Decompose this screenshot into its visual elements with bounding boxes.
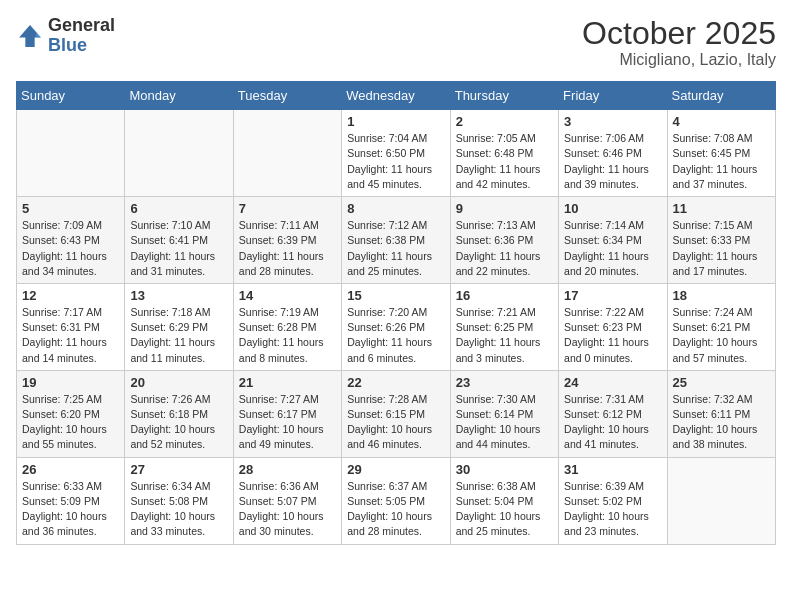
day-number: 10 [564, 201, 661, 216]
day-info: Sunrise: 7:09 AM Sunset: 6:43 PM Dayligh… [22, 218, 119, 279]
day-number: 1 [347, 114, 444, 129]
day-info: Sunrise: 7:25 AM Sunset: 6:20 PM Dayligh… [22, 392, 119, 453]
day-info: Sunrise: 7:27 AM Sunset: 6:17 PM Dayligh… [239, 392, 336, 453]
day-info: Sunrise: 6:33 AM Sunset: 5:09 PM Dayligh… [22, 479, 119, 540]
day-number: 17 [564, 288, 661, 303]
week-row-1: 1Sunrise: 7:04 AM Sunset: 6:50 PM Daylig… [17, 110, 776, 197]
day-number: 27 [130, 462, 227, 477]
day-info: Sunrise: 7:22 AM Sunset: 6:23 PM Dayligh… [564, 305, 661, 366]
day-cell: 3Sunrise: 7:06 AM Sunset: 6:46 PM Daylig… [559, 110, 667, 197]
day-number: 3 [564, 114, 661, 129]
day-cell: 5Sunrise: 7:09 AM Sunset: 6:43 PM Daylig… [17, 197, 125, 284]
day-cell: 29Sunrise: 6:37 AM Sunset: 5:05 PM Dayli… [342, 457, 450, 544]
day-info: Sunrise: 7:31 AM Sunset: 6:12 PM Dayligh… [564, 392, 661, 453]
day-cell: 11Sunrise: 7:15 AM Sunset: 6:33 PM Dayli… [667, 197, 775, 284]
day-cell: 26Sunrise: 6:33 AM Sunset: 5:09 PM Dayli… [17, 457, 125, 544]
day-cell: 25Sunrise: 7:32 AM Sunset: 6:11 PM Dayli… [667, 370, 775, 457]
col-header-thursday: Thursday [450, 82, 558, 110]
day-number: 7 [239, 201, 336, 216]
day-cell: 13Sunrise: 7:18 AM Sunset: 6:29 PM Dayli… [125, 283, 233, 370]
day-number: 25 [673, 375, 770, 390]
day-info: Sunrise: 6:39 AM Sunset: 5:02 PM Dayligh… [564, 479, 661, 540]
day-cell: 15Sunrise: 7:20 AM Sunset: 6:26 PM Dayli… [342, 283, 450, 370]
day-number: 26 [22, 462, 119, 477]
day-info: Sunrise: 7:06 AM Sunset: 6:46 PM Dayligh… [564, 131, 661, 192]
day-info: Sunrise: 7:28 AM Sunset: 6:15 PM Dayligh… [347, 392, 444, 453]
day-cell: 9Sunrise: 7:13 AM Sunset: 6:36 PM Daylig… [450, 197, 558, 284]
day-cell: 2Sunrise: 7:05 AM Sunset: 6:48 PM Daylig… [450, 110, 558, 197]
day-info: Sunrise: 6:38 AM Sunset: 5:04 PM Dayligh… [456, 479, 553, 540]
day-number: 15 [347, 288, 444, 303]
logo-icon [16, 22, 44, 50]
day-info: Sunrise: 7:20 AM Sunset: 6:26 PM Dayligh… [347, 305, 444, 366]
day-info: Sunrise: 7:24 AM Sunset: 6:21 PM Dayligh… [673, 305, 770, 366]
col-header-tuesday: Tuesday [233, 82, 341, 110]
day-info: Sunrise: 7:21 AM Sunset: 6:25 PM Dayligh… [456, 305, 553, 366]
day-cell: 28Sunrise: 6:36 AM Sunset: 5:07 PM Dayli… [233, 457, 341, 544]
day-cell: 24Sunrise: 7:31 AM Sunset: 6:12 PM Dayli… [559, 370, 667, 457]
day-info: Sunrise: 7:04 AM Sunset: 6:50 PM Dayligh… [347, 131, 444, 192]
day-cell: 19Sunrise: 7:25 AM Sunset: 6:20 PM Dayli… [17, 370, 125, 457]
day-number: 30 [456, 462, 553, 477]
day-number: 28 [239, 462, 336, 477]
day-info: Sunrise: 7:30 AM Sunset: 6:14 PM Dayligh… [456, 392, 553, 453]
day-number: 21 [239, 375, 336, 390]
day-cell [233, 110, 341, 197]
day-number: 23 [456, 375, 553, 390]
day-cell: 21Sunrise: 7:27 AM Sunset: 6:17 PM Dayli… [233, 370, 341, 457]
col-header-monday: Monday [125, 82, 233, 110]
day-info: Sunrise: 7:08 AM Sunset: 6:45 PM Dayligh… [673, 131, 770, 192]
day-number: 19 [22, 375, 119, 390]
day-info: Sunrise: 7:10 AM Sunset: 6:41 PM Dayligh… [130, 218, 227, 279]
day-cell: 14Sunrise: 7:19 AM Sunset: 6:28 PM Dayli… [233, 283, 341, 370]
col-header-sunday: Sunday [17, 82, 125, 110]
day-number: 5 [22, 201, 119, 216]
day-number: 20 [130, 375, 227, 390]
day-number: 4 [673, 114, 770, 129]
day-cell: 6Sunrise: 7:10 AM Sunset: 6:41 PM Daylig… [125, 197, 233, 284]
day-cell: 8Sunrise: 7:12 AM Sunset: 6:38 PM Daylig… [342, 197, 450, 284]
day-cell: 1Sunrise: 7:04 AM Sunset: 6:50 PM Daylig… [342, 110, 450, 197]
day-number: 11 [673, 201, 770, 216]
day-number: 31 [564, 462, 661, 477]
day-cell: 30Sunrise: 6:38 AM Sunset: 5:04 PM Dayli… [450, 457, 558, 544]
day-number: 22 [347, 375, 444, 390]
calendar-table: SundayMondayTuesdayWednesdayThursdayFrid… [16, 81, 776, 544]
day-number: 18 [673, 288, 770, 303]
day-info: Sunrise: 6:36 AM Sunset: 5:07 PM Dayligh… [239, 479, 336, 540]
day-cell: 10Sunrise: 7:14 AM Sunset: 6:34 PM Dayli… [559, 197, 667, 284]
day-cell [17, 110, 125, 197]
day-cell: 22Sunrise: 7:28 AM Sunset: 6:15 PM Dayli… [342, 370, 450, 457]
day-cell: 31Sunrise: 6:39 AM Sunset: 5:02 PM Dayli… [559, 457, 667, 544]
day-number: 8 [347, 201, 444, 216]
day-number: 29 [347, 462, 444, 477]
week-row-2: 5Sunrise: 7:09 AM Sunset: 6:43 PM Daylig… [17, 197, 776, 284]
logo-blue-text: Blue [48, 36, 115, 56]
day-info: Sunrise: 7:14 AM Sunset: 6:34 PM Dayligh… [564, 218, 661, 279]
day-info: Sunrise: 7:13 AM Sunset: 6:36 PM Dayligh… [456, 218, 553, 279]
day-cell: 20Sunrise: 7:26 AM Sunset: 6:18 PM Dayli… [125, 370, 233, 457]
page-header: General Blue October 2025 Micigliano, La… [16, 16, 776, 69]
day-cell: 18Sunrise: 7:24 AM Sunset: 6:21 PM Dayli… [667, 283, 775, 370]
day-cell: 12Sunrise: 7:17 AM Sunset: 6:31 PM Dayli… [17, 283, 125, 370]
day-info: Sunrise: 7:17 AM Sunset: 6:31 PM Dayligh… [22, 305, 119, 366]
day-info: Sunrise: 6:37 AM Sunset: 5:05 PM Dayligh… [347, 479, 444, 540]
day-cell [125, 110, 233, 197]
day-info: Sunrise: 7:15 AM Sunset: 6:33 PM Dayligh… [673, 218, 770, 279]
day-number: 9 [456, 201, 553, 216]
day-cell: 23Sunrise: 7:30 AM Sunset: 6:14 PM Dayli… [450, 370, 558, 457]
day-number: 2 [456, 114, 553, 129]
week-row-3: 12Sunrise: 7:17 AM Sunset: 6:31 PM Dayli… [17, 283, 776, 370]
month-title: October 2025 [582, 16, 776, 51]
day-cell: 7Sunrise: 7:11 AM Sunset: 6:39 PM Daylig… [233, 197, 341, 284]
week-row-4: 19Sunrise: 7:25 AM Sunset: 6:20 PM Dayli… [17, 370, 776, 457]
day-info: Sunrise: 7:19 AM Sunset: 6:28 PM Dayligh… [239, 305, 336, 366]
day-info: Sunrise: 7:18 AM Sunset: 6:29 PM Dayligh… [130, 305, 227, 366]
day-info: Sunrise: 7:11 AM Sunset: 6:39 PM Dayligh… [239, 218, 336, 279]
day-number: 12 [22, 288, 119, 303]
title-block: October 2025 Micigliano, Lazio, Italy [582, 16, 776, 69]
day-number: 13 [130, 288, 227, 303]
day-number: 6 [130, 201, 227, 216]
day-info: Sunrise: 7:26 AM Sunset: 6:18 PM Dayligh… [130, 392, 227, 453]
day-number: 16 [456, 288, 553, 303]
